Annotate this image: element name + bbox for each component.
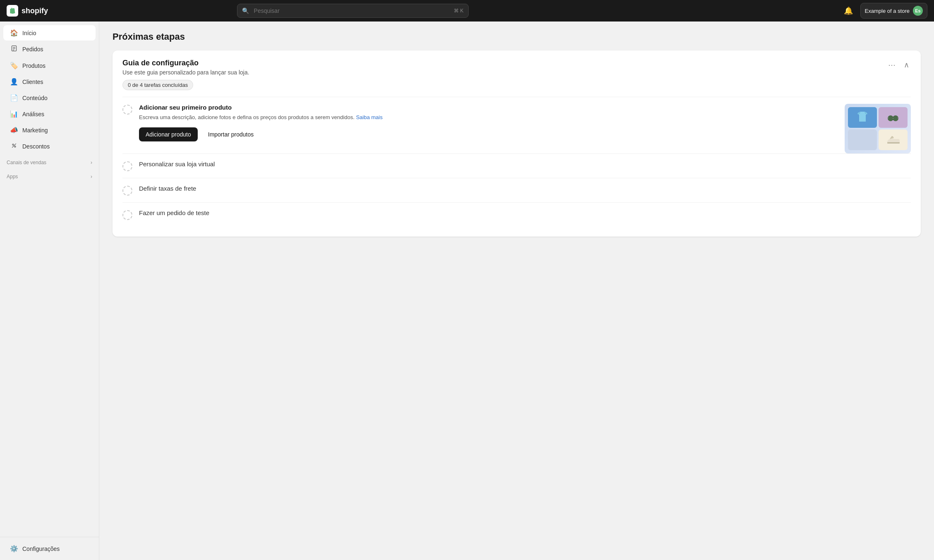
card-actions: ⋯ ∧ bbox=[885, 59, 911, 71]
learn-more-link[interactable]: Saiba mais bbox=[356, 114, 383, 120]
chevron-right-icon: › bbox=[91, 160, 92, 165]
chevron-right-icon-2: › bbox=[91, 174, 92, 179]
product-illustration bbox=[845, 104, 911, 153]
sidebar-bottom: ⚙️ Configurações bbox=[0, 537, 99, 557]
sidebar-label-pedidos: Pedidos bbox=[22, 46, 43, 53]
sidebar-section-apps: Apps › bbox=[0, 170, 99, 181]
illustration-cell-shoe bbox=[879, 129, 908, 150]
sidebar-item-clientes[interactable]: 👤 Clientes bbox=[3, 74, 96, 89]
illustration-cell-shirt bbox=[848, 107, 877, 128]
svg-point-7 bbox=[888, 115, 893, 121]
task-item-add-product: Adicionar seu primeiro produto Escreva u… bbox=[122, 97, 911, 153]
avatar: Es bbox=[913, 6, 923, 16]
topnav-right: 🔔 Example of a store Es bbox=[841, 3, 927, 19]
top-navigation: shopify 🔍 ⌘ K 🔔 Example of a store Es bbox=[0, 0, 934, 22]
sidebar-label-clientes: Clientes bbox=[22, 79, 43, 85]
collapse-button[interactable]: ∧ bbox=[902, 59, 911, 71]
tasks-list: Adicionar seu primeiro produto Escreva u… bbox=[113, 97, 921, 237]
task-buttons-add-product: Adicionar produto Importar produtos bbox=[139, 127, 838, 141]
setup-guide-subtitle: Use este guia personalizado para lançar … bbox=[122, 69, 249, 76]
store-selector-button[interactable]: Example of a store Es bbox=[860, 3, 927, 19]
task-content-add-product: Adicionar seu primeiro produto Escreva u… bbox=[139, 104, 838, 148]
task-checkbox-customize[interactable] bbox=[122, 161, 132, 171]
discounts-icon bbox=[10, 142, 18, 151]
search-icon: 🔍 bbox=[242, 7, 249, 14]
orders-icon bbox=[10, 45, 18, 53]
sidebar-item-configuracoes[interactable]: ⚙️ Configurações bbox=[3, 541, 96, 556]
search-input[interactable] bbox=[237, 4, 469, 18]
task-title-shipping: Definir taxas de frete bbox=[139, 185, 911, 192]
task-checkbox-test-order[interactable] bbox=[122, 210, 132, 220]
notifications-button[interactable]: 🔔 bbox=[841, 4, 855, 18]
task-checkbox-shipping[interactable] bbox=[122, 186, 132, 196]
task-title-add-product: Adicionar seu primeiro produto bbox=[139, 104, 838, 111]
sidebar-item-inicio[interactable]: 🏠 Início bbox=[3, 25, 96, 41]
svg-point-5 bbox=[14, 146, 16, 147]
main-content: Próximas etapas Guia de configuração Use… bbox=[99, 22, 934, 560]
logo: shopify bbox=[7, 5, 48, 17]
add-product-button[interactable]: Adicionar produto bbox=[139, 127, 198, 141]
marketing-icon: 📣 bbox=[10, 126, 18, 134]
more-options-button[interactable]: ⋯ bbox=[885, 59, 899, 71]
search-shortcut-badge: ⌘ K bbox=[454, 8, 463, 14]
task-description-add-product: Escreva uma descrição, adicione fotos e … bbox=[139, 113, 838, 122]
task-content-customize: Personalizar sua loja virtual bbox=[139, 160, 911, 168]
tasks-badge: 0 de 4 tarefas concluídas bbox=[122, 80, 193, 90]
task-content-shipping: Definir taxas de frete bbox=[139, 185, 911, 192]
store-name: Example of a store bbox=[865, 8, 910, 14]
settings-icon: ⚙️ bbox=[10, 545, 18, 553]
task-checkbox-add-product[interactable] bbox=[122, 105, 132, 115]
sidebar-label-inicio: Início bbox=[22, 30, 36, 36]
products-icon: 🏷️ bbox=[10, 62, 18, 69]
sidebar-section-canais: Canais de vendas › bbox=[0, 156, 99, 167]
setup-guide-card: Guia de configuração Use este guia perso… bbox=[113, 50, 921, 237]
shopify-logo-icon bbox=[7, 5, 18, 17]
sidebar-item-analises[interactable]: 📊 Análises bbox=[3, 106, 96, 122]
home-icon: 🏠 bbox=[10, 29, 18, 37]
content-icon: 📄 bbox=[10, 94, 18, 102]
sidebar-item-marketing[interactable]: 📣 Marketing bbox=[3, 122, 96, 138]
sidebar: 🏠 Início Pedidos 🏷️ Produtos 👤 Clientes … bbox=[0, 22, 99, 560]
task-content-test-order: Fazer um pedido de teste bbox=[139, 209, 911, 216]
svg-line-10 bbox=[888, 117, 888, 118]
sidebar-item-descontos[interactable]: Descontos bbox=[3, 139, 96, 154]
task-title-customize: Personalizar sua loja virtual bbox=[139, 160, 911, 168]
analytics-icon: 📊 bbox=[10, 110, 18, 118]
setup-card-header: Guia de configuração Use este guia perso… bbox=[113, 50, 921, 97]
import-products-button[interactable]: Importar produtos bbox=[201, 127, 261, 141]
sidebar-item-conteudo[interactable]: 📄 Conteúdo bbox=[3, 90, 96, 105]
logo-text: shopify bbox=[22, 7, 48, 15]
sidebar-label-descontos: Descontos bbox=[22, 143, 50, 150]
svg-line-11 bbox=[898, 117, 898, 118]
illustration-cell-bg3 bbox=[848, 129, 877, 150]
main-layout: 🏠 Início Pedidos 🏷️ Produtos 👤 Clientes … bbox=[0, 22, 934, 560]
sidebar-item-pedidos[interactable]: Pedidos bbox=[3, 41, 96, 57]
sidebar-item-produtos[interactable]: 🏷️ Produtos bbox=[3, 58, 96, 73]
sidebar-label-analises: Análises bbox=[22, 111, 44, 117]
sidebar-label-conteudo: Conteúdo bbox=[22, 95, 48, 101]
task-item-shipping[interactable]: Definir taxas de frete bbox=[122, 178, 911, 202]
task-item-customize-store[interactable]: Personalizar sua loja virtual bbox=[122, 153, 911, 178]
svg-rect-12 bbox=[887, 142, 900, 144]
illustration-cell-sunglasses bbox=[879, 107, 908, 128]
sidebar-label-produtos: Produtos bbox=[22, 62, 46, 69]
svg-point-8 bbox=[893, 115, 898, 121]
page-title: Próximas etapas bbox=[113, 31, 921, 42]
customers-icon: 👤 bbox=[10, 78, 18, 86]
sidebar-label-configuracoes: Configurações bbox=[22, 546, 60, 552]
setup-guide-title: Guia de configuração bbox=[122, 59, 249, 67]
task-item-test-order[interactable]: Fazer um pedido de teste bbox=[122, 202, 911, 227]
task-title-test-order: Fazer um pedido de teste bbox=[139, 209, 911, 216]
sidebar-label-marketing: Marketing bbox=[22, 127, 48, 134]
setup-card-info: Guia de configuração Use este guia perso… bbox=[122, 59, 249, 90]
search-bar: 🔍 ⌘ K bbox=[237, 4, 469, 18]
svg-point-4 bbox=[12, 144, 14, 145]
